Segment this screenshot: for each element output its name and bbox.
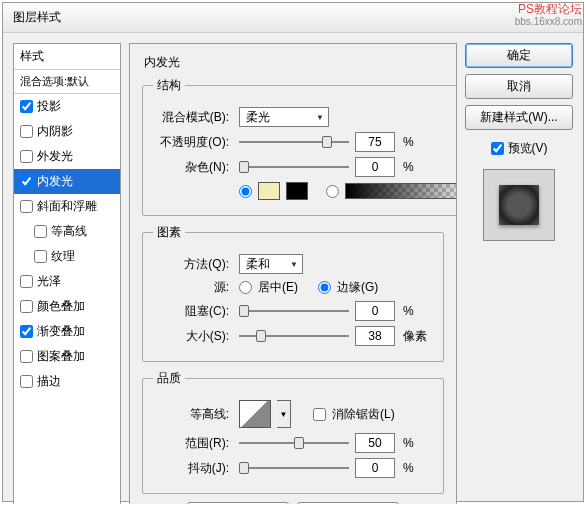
technique-dropdown[interactable]: 柔和 bbox=[239, 254, 303, 274]
styles-header: 样式 bbox=[14, 44, 120, 70]
style-item[interactable]: 纹理 bbox=[14, 244, 120, 269]
size-label: 大小(S): bbox=[153, 328, 229, 345]
opacity-input[interactable]: 75 bbox=[355, 132, 395, 152]
watermark-line1: PS教程论坛 bbox=[515, 2, 582, 16]
choke-input[interactable]: 0 bbox=[355, 301, 395, 321]
style-checkbox[interactable] bbox=[20, 275, 33, 288]
style-item[interactable]: 渐变叠加 bbox=[14, 319, 120, 344]
dialog-body: 样式 混合选项:默认 投影内阴影外发光内发光斜面和浮雕等高线纹理光泽颜色叠加渐变… bbox=[3, 33, 583, 504]
style-label: 渐变叠加 bbox=[37, 323, 85, 340]
style-item[interactable]: 斜面和浮雕 bbox=[14, 194, 120, 219]
watermark-line2: bbs.16xx8.com bbox=[515, 16, 582, 28]
style-label: 颜色叠加 bbox=[37, 298, 85, 315]
style-label: 纹理 bbox=[51, 248, 75, 265]
style-label: 内发光 bbox=[37, 173, 73, 190]
noise-label: 杂色(N): bbox=[153, 159, 229, 176]
style-label: 内阴影 bbox=[37, 123, 73, 140]
style-item[interactable]: 投影 bbox=[14, 94, 120, 119]
reset-default-button[interactable]: 复位为默认值 bbox=[297, 502, 399, 504]
ok-button[interactable]: 确定 bbox=[465, 43, 573, 68]
structure-group: 结构 混合模式(B): 柔光 不透明度(O): 75 % 杂色(N): 0 % bbox=[142, 77, 457, 216]
choke-unit: % bbox=[403, 304, 414, 318]
color-swatch[interactable] bbox=[258, 182, 280, 200]
contour-label: 等高线: bbox=[153, 406, 229, 423]
main-panel: 内发光 结构 混合模式(B): 柔光 不透明度(O): 75 % 杂色(N): … bbox=[129, 43, 457, 504]
style-item[interactable]: 内阴影 bbox=[14, 119, 120, 144]
range-input[interactable]: 50 bbox=[355, 433, 395, 453]
source-center-radio[interactable] bbox=[239, 281, 252, 294]
blend-defaults[interactable]: 混合选项:默认 bbox=[14, 70, 120, 94]
style-label: 斜面和浮雕 bbox=[37, 198, 97, 215]
right-panel: 确定 取消 新建样式(W)... 预览(V) bbox=[465, 43, 573, 504]
noise-input[interactable]: 0 bbox=[355, 157, 395, 177]
layer-style-dialog: 图层样式 样式 混合选项:默认 投影内阴影外发光内发光斜面和浮雕等高线纹理光泽颜… bbox=[2, 2, 584, 502]
choke-slider[interactable] bbox=[239, 303, 349, 319]
set-default-button[interactable]: 设置为默认值 bbox=[187, 502, 289, 504]
style-checkbox[interactable] bbox=[20, 375, 33, 388]
opacity-slider[interactable] bbox=[239, 134, 349, 150]
preview-label: 预览(V) bbox=[508, 140, 548, 157]
jitter-input[interactable]: 0 bbox=[355, 458, 395, 478]
style-checkbox[interactable] bbox=[20, 350, 33, 363]
dialog-title: 图层样式 bbox=[3, 3, 583, 33]
source-edge-radio[interactable] bbox=[318, 281, 331, 294]
style-item[interactable]: 内发光 bbox=[14, 169, 120, 194]
contour-picker[interactable] bbox=[239, 400, 271, 428]
size-slider[interactable] bbox=[239, 328, 349, 344]
blend-mode-label: 混合模式(B): bbox=[153, 109, 229, 126]
range-unit: % bbox=[403, 436, 414, 450]
cancel-button[interactable]: 取消 bbox=[465, 74, 573, 99]
preview-checkbox[interactable] bbox=[491, 142, 504, 155]
elements-group: 图素 方法(Q): 柔和 源: 居中(E) 边缘(G) 阻塞(C): 0 bbox=[142, 224, 444, 362]
source-label: 源: bbox=[153, 279, 229, 296]
preview-box bbox=[483, 169, 555, 241]
choke-label: 阻塞(C): bbox=[153, 303, 229, 320]
style-label: 描边 bbox=[37, 373, 61, 390]
contour-dropdown-icon[interactable]: ▼ bbox=[277, 400, 291, 428]
range-slider[interactable] bbox=[239, 435, 349, 451]
opacity-unit: % bbox=[403, 135, 414, 149]
style-checkbox[interactable] bbox=[20, 325, 33, 338]
color-radio[interactable] bbox=[239, 185, 252, 198]
style-label: 投影 bbox=[37, 98, 61, 115]
new-style-button[interactable]: 新建样式(W)... bbox=[465, 105, 573, 130]
style-checkbox[interactable] bbox=[34, 250, 47, 263]
size-unit: 像素 bbox=[403, 328, 427, 345]
size-input[interactable]: 38 bbox=[355, 326, 395, 346]
style-item[interactable]: 外发光 bbox=[14, 144, 120, 169]
style-checkbox[interactable] bbox=[20, 200, 33, 213]
style-checkbox[interactable] bbox=[20, 100, 33, 113]
style-checkbox[interactable] bbox=[34, 225, 47, 238]
blend-mode-dropdown[interactable]: 柔光 bbox=[239, 107, 329, 127]
jitter-slider[interactable] bbox=[239, 460, 349, 476]
style-checkbox[interactable] bbox=[20, 150, 33, 163]
noise-unit: % bbox=[403, 160, 414, 174]
style-item[interactable]: 光泽 bbox=[14, 269, 120, 294]
noise-slider[interactable] bbox=[239, 159, 349, 175]
preview-thumbnail bbox=[499, 185, 539, 225]
style-checkbox[interactable] bbox=[20, 125, 33, 138]
jitter-label: 抖动(J): bbox=[153, 460, 229, 477]
style-item[interactable]: 描边 bbox=[14, 369, 120, 394]
style-label: 等高线 bbox=[51, 223, 87, 240]
quality-group: 品质 等高线: ▼ 消除锯齿(L) 范围(R): 50 % 抖动(J): bbox=[142, 370, 444, 494]
style-label: 外发光 bbox=[37, 148, 73, 165]
structure-legend: 结构 bbox=[153, 77, 185, 94]
opacity-label: 不透明度(O): bbox=[153, 134, 229, 151]
style-item[interactable]: 等高线 bbox=[14, 219, 120, 244]
style-checkbox[interactable] bbox=[20, 300, 33, 313]
antialias-checkbox[interactable] bbox=[313, 408, 326, 421]
styles-panel: 样式 混合选项:默认 投影内阴影外发光内发光斜面和浮雕等高线纹理光泽颜色叠加渐变… bbox=[13, 43, 121, 504]
elements-legend: 图素 bbox=[153, 224, 185, 241]
gradient-preview[interactable] bbox=[345, 183, 457, 199]
source-edge-label: 边缘(G) bbox=[337, 279, 378, 296]
style-checkbox[interactable] bbox=[20, 175, 33, 188]
quality-legend: 品质 bbox=[153, 370, 185, 387]
style-label: 图案叠加 bbox=[37, 348, 85, 365]
color-swatch-black[interactable] bbox=[286, 182, 308, 200]
style-item[interactable]: 图案叠加 bbox=[14, 344, 120, 369]
range-label: 范围(R): bbox=[153, 435, 229, 452]
style-item[interactable]: 颜色叠加 bbox=[14, 294, 120, 319]
gradient-radio[interactable] bbox=[326, 185, 339, 198]
technique-label: 方法(Q): bbox=[153, 256, 229, 273]
